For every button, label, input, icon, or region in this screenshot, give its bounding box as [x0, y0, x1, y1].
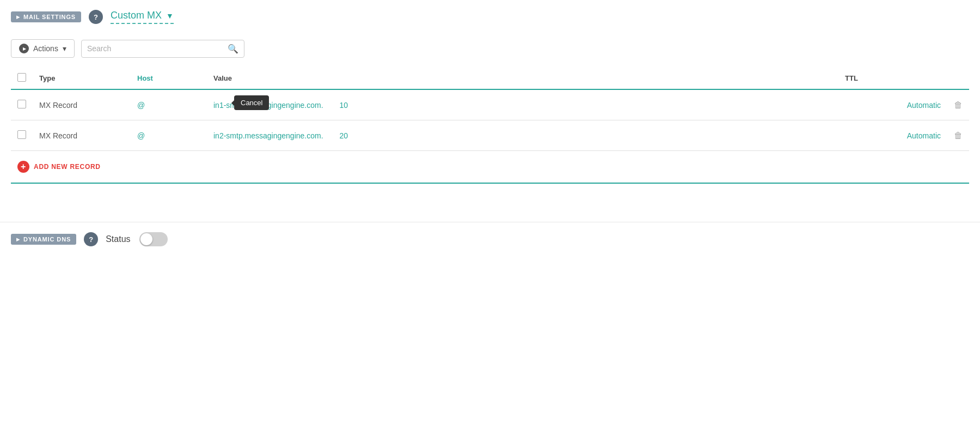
- col-type: Type: [33, 68, 131, 89]
- table-header-row: Type Host Value TTL: [11, 68, 969, 89]
- dynamic-dns-title-text: DYNAMIC DNS: [23, 236, 71, 243]
- add-record-label: ADD NEW RECORD: [34, 163, 101, 171]
- mail-settings-label[interactable]: MAIL SETTINGS: [11, 11, 81, 22]
- col-ttl: TTL: [838, 68, 947, 89]
- row-value-0: in1-smtp.messagingengine.com. 10 Cancel: [207, 89, 838, 120]
- row-checkbox-cell-1: [11, 120, 33, 151]
- dynamic-dns-section: DYNAMIC DNS ? Status: [0, 222, 980, 256]
- toolbar: Actions 🔍: [0, 34, 980, 68]
- status-row: Status: [106, 232, 167, 246]
- add-icon: +: [17, 161, 29, 173]
- custom-mx-label: Custom MX: [111, 10, 162, 21]
- actions-label: Actions: [33, 44, 58, 53]
- row-checkbox-1[interactable]: [17, 130, 26, 139]
- col-value: Value: [207, 68, 838, 89]
- header-checkbox-cell: [11, 68, 33, 89]
- add-record-row: + ADD NEW RECORD: [11, 151, 969, 184]
- search-box[interactable]: 🔍: [81, 40, 244, 58]
- col-delete: [947, 68, 969, 89]
- row-checkbox-cell-0: [11, 89, 33, 120]
- table-row: MX Record @ in1-smtp.messagingengine.com…: [11, 89, 969, 120]
- row-checkbox-0[interactable]: [17, 100, 26, 108]
- actions-caret-icon: [63, 44, 66, 53]
- search-input[interactable]: [87, 44, 228, 53]
- custom-mx-arrow-icon: ▼: [166, 11, 174, 20]
- status-toggle[interactable]: [139, 232, 168, 246]
- delete-button-0[interactable]: 🗑: [954, 100, 963, 110]
- row-host-1: @: [131, 120, 207, 151]
- row-host-0: @: [131, 89, 207, 120]
- dns-table: Type Host Value TTL MX Record @: [11, 68, 969, 151]
- toggle-knob: [140, 233, 152, 245]
- row-type-1: MX Record: [33, 120, 131, 151]
- dynamic-dns-label[interactable]: DYNAMIC DNS: [11, 234, 76, 245]
- mail-settings-title-text: MAIL SETTINGS: [23, 14, 76, 20]
- table-row: MX Record @ in2-smtp.messagingengine.com…: [11, 120, 969, 151]
- custom-mx-dropdown[interactable]: Custom MX ▼: [111, 10, 174, 24]
- actions-button[interactable]: Actions: [11, 39, 75, 58]
- search-icon[interactable]: 🔍: [228, 44, 238, 54]
- row-ttl-1: Automatic: [838, 120, 947, 151]
- dns-table-wrapper: Type Host Value TTL MX Record @: [0, 68, 980, 184]
- row-delete-cell-1: 🗑: [947, 120, 969, 151]
- mail-settings-header: MAIL SETTINGS ? Custom MX ▼: [0, 0, 980, 34]
- play-icon: [19, 44, 29, 53]
- col-host: Host: [131, 68, 207, 89]
- row-value-1: in2-smtp.messagingengine.com. 20: [207, 120, 838, 151]
- dynamic-dns-help-icon[interactable]: ?: [84, 232, 98, 246]
- select-all-checkbox[interactable]: [17, 73, 26, 82]
- add-new-record-button[interactable]: + ADD NEW RECORD: [17, 161, 101, 173]
- row-delete-cell-0: 🗑: [947, 89, 969, 120]
- row-ttl-0: Automatic: [838, 89, 947, 120]
- row-type-0: MX Record: [33, 89, 131, 120]
- delete-button-1[interactable]: 🗑: [954, 131, 963, 141]
- status-label: Status: [106, 234, 130, 244]
- dynamic-dns-header: DYNAMIC DNS ? Status: [0, 222, 980, 256]
- mail-settings-help-icon[interactable]: ?: [89, 10, 103, 24]
